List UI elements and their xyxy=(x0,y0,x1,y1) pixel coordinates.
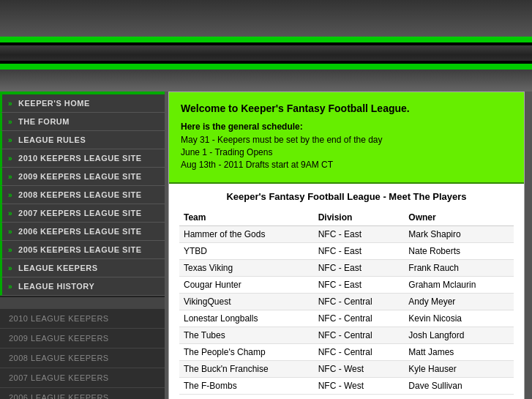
sidebar-item-label: LEAGUE HISTORY xyxy=(18,282,94,291)
schedule-item-1: May 31 - Keepers must be set by the end … xyxy=(181,135,512,145)
welcome-box: Welcome to Keeper's Fantasy Football Lea… xyxy=(169,92,524,184)
sidebar-item-label: 2008 KEEPERS LEAGUE SITE xyxy=(18,190,142,199)
sidebar-item-label: LEAGUE KEEPERS xyxy=(18,264,97,272)
sidebar-item-league-rules[interactable]: » LEAGUE RULES xyxy=(0,131,165,149)
top-banner xyxy=(0,0,532,92)
green-stripe-top xyxy=(0,37,532,42)
table-cell-division: NFC - Central xyxy=(314,344,405,361)
chevron-icon: » xyxy=(8,209,12,217)
sidebar-item-the-forum[interactable]: » THE FORUM xyxy=(0,113,165,131)
table-cell-owner: Nate Roberts xyxy=(404,243,514,260)
sidebar-item-label: THE FORUM xyxy=(18,117,70,126)
welcome-title: Welcome to Keeper's Fantasy Football Lea… xyxy=(181,102,512,114)
players-table-title: Keeper's Fantasy Football League - Meet … xyxy=(179,191,514,202)
sidebar-item-label: 2006 KEEPERS LEAGUE SITE xyxy=(18,227,142,236)
sidebar-item-label: LEAGUE RULES xyxy=(18,135,86,144)
table-cell-division: NFC - Central xyxy=(314,294,405,310)
sidebar-sub-item-label: 2006 LEAGUE KEEPERS xyxy=(9,393,109,399)
table-row: Hammer of the GodsNFC - EastMark Shapiro xyxy=(179,226,514,243)
col-header-team: Team xyxy=(179,209,314,226)
table-cell-owner: Andy Meyer xyxy=(404,294,514,310)
table-row: VikingQuestNFC - CentralAndy Meyer xyxy=(179,294,514,310)
players-table-section: Keeper's Fantasy Football League - Meet … xyxy=(169,184,524,399)
sidebar-sub-item-label: 2008 LEAGUE KEEPERS xyxy=(9,354,109,362)
table-row: YTBDNFC - EastNate Roberts xyxy=(179,243,514,260)
sidebar-sub-item-label: 2009 LEAGUE KEEPERS xyxy=(9,334,109,343)
table-cell-division: NFC - West xyxy=(314,361,405,378)
sidebar-item-2009-keepers-site[interactable]: » 2009 KEEPERS LEAGUE SITE xyxy=(0,168,165,186)
table-row: The F-BombsNFC - WestDave Sullivan xyxy=(179,378,514,395)
table-cell-division: NFC - East xyxy=(314,277,405,294)
black-stripe-bottom xyxy=(0,61,532,64)
table-cell-team: Lonestar Longballs xyxy=(179,310,314,327)
content-panel: Welcome to Keeper's Fantasy Football Lea… xyxy=(168,92,525,399)
sidebar-item-2010-keepers-site[interactable]: » 2010 KEEPERS LEAGUE SITE xyxy=(0,149,165,168)
sidebar-item-2007-keepers-site[interactable]: » 2007 KEEPERS LEAGUE SITE xyxy=(0,204,165,223)
sidebar-item-league-keepers[interactable]: » LEAGUE KEEPERS xyxy=(0,259,165,277)
sidebar-item-label: 2010 KEEPERS LEAGUE SITE xyxy=(18,154,142,163)
sidebar-item-2007-league-keepers[interactable]: 2007 LEAGUE KEEPERS xyxy=(0,368,165,388)
table-cell-team: The Tubes xyxy=(179,327,314,344)
schedule-item-3: Aug 13th - 2011 Drafts start at 9AM CT xyxy=(181,160,512,170)
sidebar-item-2006-keepers-site[interactable]: » 2006 KEEPERS LEAGUE SITE xyxy=(0,223,165,241)
chevron-icon: » xyxy=(8,100,12,108)
table-cell-division: NFC - Central xyxy=(314,310,405,327)
sidebar-item-league-history[interactable]: » LEAGUE HISTORY xyxy=(0,277,165,296)
sidebar-item-2009-league-keepers[interactable]: 2009 LEAGUE KEEPERS xyxy=(0,329,165,348)
table-cell-owner: Frank Rauch xyxy=(404,260,514,277)
black-stripe-top xyxy=(0,42,532,45)
table-cell-owner: Kevin Nicosia xyxy=(404,310,514,327)
col-header-owner: Owner xyxy=(404,209,514,226)
players-table: Team Division Owner Hammer of the GodsNF… xyxy=(179,209,514,395)
sidebar: » KEEPER'S HOME » THE FORUM » LEAGUE RUL… xyxy=(0,92,165,399)
table-cell-owner: Kyle Hauser xyxy=(404,361,514,378)
sidebar-sub-item-label: 2007 LEAGUE KEEPERS xyxy=(9,373,109,382)
chevron-icon: » xyxy=(8,283,12,291)
table-row: The People's ChampNFC - CentralMatt Jame… xyxy=(179,344,514,361)
sidebar-item-label: 2007 KEEPERS LEAGUE SITE xyxy=(18,209,142,217)
table-cell-owner: Graham Mclaurin xyxy=(404,277,514,294)
main-content: » KEEPER'S HOME » THE FORUM » LEAGUE RUL… xyxy=(0,92,532,399)
table-cell-division: NFC - East xyxy=(314,260,405,277)
table-cell-division: NFC - West xyxy=(314,378,405,395)
chevron-icon: » xyxy=(8,118,12,126)
table-cell-team: The Buck'n Franchise xyxy=(179,361,314,378)
table-cell-owner: Dave Sullivan xyxy=(404,378,514,395)
sidebar-item-keepers-home[interactable]: » KEEPER'S HOME xyxy=(0,94,165,113)
chevron-icon: » xyxy=(8,136,12,144)
chevron-icon: » xyxy=(8,246,12,254)
sidebar-item-2005-keepers-site[interactable]: » 2005 KEEPERS LEAGUE SITE xyxy=(0,241,165,259)
schedule-item-2: June 1 - Trading Opens xyxy=(181,147,512,157)
table-cell-division: NFC - East xyxy=(314,243,405,260)
welcome-subtitle: Here is the general schedule: xyxy=(181,122,512,132)
chevron-icon: » xyxy=(8,228,12,236)
sidebar-item-label: 2009 KEEPERS LEAGUE SITE xyxy=(18,172,142,181)
table-header-row: Team Division Owner xyxy=(179,209,514,226)
table-cell-team: Cougar Hunter xyxy=(179,277,314,294)
table-row: Texas VikingNFC - EastFrank Rauch xyxy=(179,260,514,277)
table-cell-team: The F-Bombs xyxy=(179,378,314,395)
chevron-icon: » xyxy=(8,191,12,199)
table-cell-owner: Josh Langford xyxy=(404,327,514,344)
table-cell-division: NFC - East xyxy=(314,226,405,243)
sidebar-item-2008-league-keepers[interactable]: 2008 LEAGUE KEEPERS xyxy=(0,348,165,368)
sidebar-item-label: 2005 KEEPERS LEAGUE SITE xyxy=(18,245,142,254)
table-cell-team: Hammer of the Gods xyxy=(179,226,314,243)
table-cell-division: NFC - Central xyxy=(314,327,405,344)
green-stripe-bottom xyxy=(0,64,532,70)
sidebar-item-2010-league-keepers[interactable]: 2010 LEAGUE KEEPERS xyxy=(0,309,165,329)
sidebar-sub-item-label: 2010 LEAGUE KEEPERS xyxy=(9,314,109,323)
table-cell-owner: Mark Shapiro xyxy=(404,226,514,243)
table-row: Lonestar LongballsNFC - CentralKevin Nic… xyxy=(179,310,514,327)
table-cell-team: YTBD xyxy=(179,243,314,260)
sidebar-item-label: KEEPER'S HOME xyxy=(18,99,90,108)
sidebar-item-2006-league-keepers[interactable]: 2006 LEAGUE KEEPERS xyxy=(0,388,165,399)
table-row: Cougar HunterNFC - EastGraham Mclaurin xyxy=(179,277,514,294)
page-wrapper: » KEEPER'S HOME » THE FORUM » LEAGUE RUL… xyxy=(0,0,532,399)
table-cell-team: The People's Champ xyxy=(179,344,314,361)
chevron-icon: » xyxy=(8,264,12,272)
table-cell-team: VikingQuest xyxy=(179,294,314,310)
table-cell-owner: Matt James xyxy=(404,344,514,361)
sidebar-item-2008-keepers-site[interactable]: » 2008 KEEPERS LEAGUE SITE xyxy=(0,186,165,204)
table-cell-team: Texas Viking xyxy=(179,260,314,277)
